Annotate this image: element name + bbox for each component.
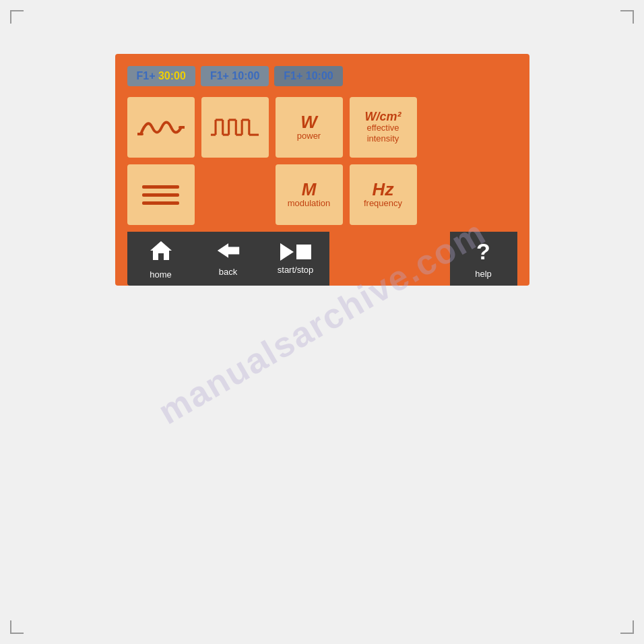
corner-bl [10,620,24,634]
main-panel: F1+ 30:00 F1+ 10:00 F1+ 10:00 [115,54,529,286]
pulsed-wave-icon [210,114,260,141]
power-sub: power [297,131,321,141]
grid-row-1: W power W/cm² effective intensity [127,97,517,158]
modulation-label: M [302,181,317,198]
timer-3[interactable]: F1+ 10:00 [274,66,342,86]
help-label: help [475,269,492,279]
corner-tr [620,10,634,24]
bottom-nav: home back start/stop ? [127,232,517,286]
intensity-sub2: intensity [367,133,399,144]
back-arrow-icon [216,241,240,263]
corner-br [620,620,634,634]
hamburger-icon [142,185,179,205]
help-icon: ? [476,238,490,265]
continuous-wave-cell[interactable] [127,97,195,158]
startstop-label: start/stop [278,265,313,275]
intensity-cell[interactable]: W/cm² effective intensity [350,97,417,158]
help-button[interactable]: ? help [450,232,517,286]
startstop-icon [280,243,311,261]
intensity-sub1: effective [366,123,399,133]
home-label: home [150,269,172,280]
frequency-label: Hz [373,181,394,198]
play-icon [280,243,294,261]
power-cell[interactable]: W power [276,97,343,158]
timer-2[interactable]: F1+ 10:00 [201,66,269,86]
back-button[interactable]: back [195,232,262,286]
continuous-wave-icon [137,114,185,141]
frequency-cell[interactable]: Hz frequency [350,164,417,225]
back-label: back [219,267,237,277]
home-icon [149,238,173,265]
modulation-sub: modulation [288,198,331,209]
intensity-label: W/cm² [365,110,401,123]
empty-cell [201,164,269,225]
modulation-cell[interactable]: M modulation [276,164,343,225]
power-label: W [300,113,317,131]
corner-tl [10,10,24,24]
timer-1[interactable]: F1+ 30:00 [127,66,195,86]
stop-icon [296,245,311,259]
svg-marker-15 [150,241,172,260]
svg-marker-16 [217,243,238,258]
frequency-sub: frequency [364,198,402,209]
menu-cell[interactable] [127,164,195,225]
home-button[interactable]: home [127,232,195,286]
nav-spacer [329,232,450,286]
timer-row: F1+ 30:00 F1+ 10:00 F1+ 10:00 [127,66,517,86]
startstop-button[interactable]: start/stop [262,232,329,286]
pulsed-wave-cell[interactable] [201,97,269,158]
page-wrapper: manualsarchive.com F1+ 30:00 F1+ 10:00 F… [0,0,644,644]
grid-row-2: M modulation Hz frequency [127,164,517,225]
